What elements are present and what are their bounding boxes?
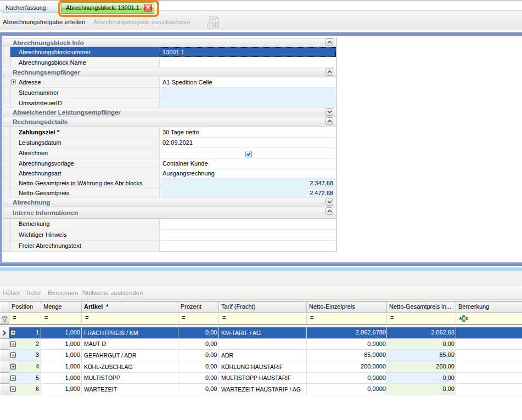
svg-text:INV: INV (211, 18, 216, 21)
svg-text:€: € (209, 24, 211, 29)
